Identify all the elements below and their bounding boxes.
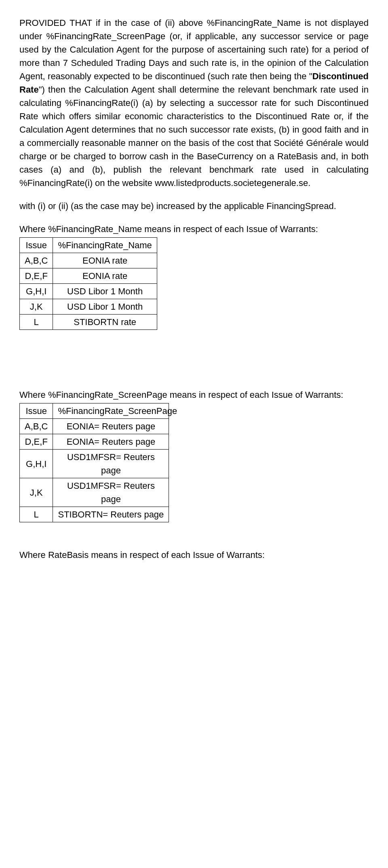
table-row: G,H,I USD1MFSR= Reuters page [20, 450, 169, 478]
table-header-rate-name: %FinancingRate_Name [53, 238, 157, 253]
table-cell: A,B,C [20, 253, 53, 268]
financing-rate-screenpage-table: Issue %FinancingRate_ScreenPage A,B,C EO… [19, 403, 169, 522]
paragraph-financing-rate-screenpage-intro: Where %FinancingRate_ScreenPage means in… [19, 388, 369, 401]
table-cell: L [20, 315, 53, 330]
paragraph-financing-rate-name-intro: Where %FinancingRate_Name means in respe… [19, 222, 369, 236]
table-row: G,H,I USD Libor 1 Month [20, 284, 157, 299]
table-cell: G,H,I [20, 450, 53, 478]
table-cell: EONIA rate [53, 253, 157, 268]
table-cell: STIBORTN= Reuters page [53, 507, 169, 522]
table-cell: USD Libor 1 Month [53, 299, 157, 315]
financing-rate-name-table: Issue %FinancingRate_Name A,B,C EONIA ra… [19, 237, 157, 330]
table-cell: J,K [20, 299, 53, 315]
table-cell: D,E,F [20, 434, 53, 450]
table-row: Issue %FinancingRate_ScreenPage [20, 403, 169, 419]
table-cell: EONIA= Reuters page [53, 419, 169, 434]
table-cell: USD1MFSR= Reuters page [53, 478, 169, 507]
table-cell: EONIA= Reuters page [53, 434, 169, 450]
table-row: L STIBORTN= Reuters page [20, 507, 169, 522]
table-cell: USD Libor 1 Month [53, 284, 157, 299]
paragraph-text-part2: ") then the Calculation Agent shall dete… [19, 84, 369, 188]
table-header-issue: Issue [20, 403, 53, 419]
paragraph-rate-basis-intro: Where RateBasis means in respect of each… [19, 548, 369, 562]
table-row: D,E,F EONIA= Reuters page [20, 434, 169, 450]
table-row: J,K USD1MFSR= Reuters page [20, 478, 169, 507]
table-cell: D,E,F [20, 268, 53, 284]
table-cell: J,K [20, 478, 53, 507]
table-cell: STIBORTN rate [53, 315, 157, 330]
table-row: A,B,C EONIA= Reuters page [20, 419, 169, 434]
table-row: J,K USD Libor 1 Month [20, 299, 157, 315]
paragraph-financing-spread: with (i) or (ii) (as the case may be) in… [19, 199, 369, 213]
table-header-screenpage: %FinancingRate_ScreenPage [53, 403, 169, 419]
table-cell: USD1MFSR= Reuters page [53, 450, 169, 478]
table-cell: G,H,I [20, 284, 53, 299]
paragraph-discontinued-rate: PROVIDED THAT if in the case of (ii) abo… [19, 16, 369, 190]
table-row: A,B,C EONIA rate [20, 253, 157, 268]
table-header-issue: Issue [20, 238, 53, 253]
table-cell: A,B,C [20, 419, 53, 434]
table-row: Issue %FinancingRate_Name [20, 238, 157, 253]
table-cell: L [20, 507, 53, 522]
table-row: D,E,F EONIA rate [20, 268, 157, 284]
table-row: L STIBORTN rate [20, 315, 157, 330]
table-cell: EONIA rate [53, 268, 157, 284]
